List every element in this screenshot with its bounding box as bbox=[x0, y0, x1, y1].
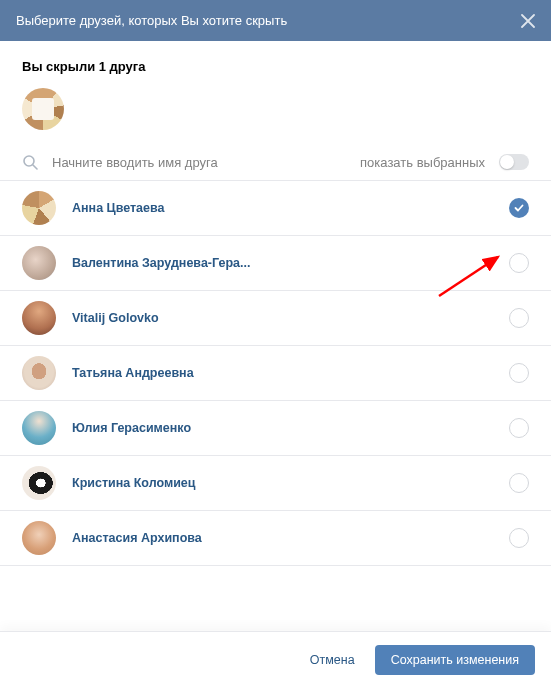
hidden-friend-avatar[interactable] bbox=[22, 88, 64, 130]
friend-row[interactable]: Анна Цветаева bbox=[0, 181, 551, 236]
friend-list: Анна Цветаева Валентина Заруднева-Гера..… bbox=[0, 181, 551, 566]
svg-line-1 bbox=[33, 165, 37, 169]
friend-name: Анна Цветаева bbox=[72, 201, 493, 215]
select-checkbox[interactable] bbox=[509, 528, 529, 548]
friend-name: Vitalij Golovko bbox=[72, 311, 493, 325]
select-checkbox[interactable] bbox=[509, 308, 529, 328]
check-icon bbox=[513, 202, 525, 214]
show-selected-label: показать выбранных bbox=[360, 155, 485, 170]
select-checkbox[interactable] bbox=[509, 253, 529, 273]
friend-name: Юлия Герасименко bbox=[72, 421, 493, 435]
friend-name: Анастасия Архипова bbox=[72, 531, 493, 545]
avatar bbox=[22, 466, 56, 500]
close-button[interactable] bbox=[521, 14, 535, 28]
select-checkbox[interactable] bbox=[509, 363, 529, 383]
modal-header: Выберите друзей, которых Вы хотите скрыт… bbox=[0, 0, 551, 41]
avatar bbox=[22, 246, 56, 280]
avatar bbox=[22, 191, 56, 225]
modal-title: Выберите друзей, которых Вы хотите скрыт… bbox=[16, 13, 287, 28]
friend-name: Татьяна Андреевна bbox=[72, 366, 493, 380]
friend-row[interactable]: Анастасия Архипова bbox=[0, 511, 551, 566]
select-checkbox[interactable] bbox=[509, 418, 529, 438]
friend-row[interactable]: Татьяна Андреевна bbox=[0, 346, 551, 401]
hidden-friends-section: Вы скрыли 1 друга bbox=[0, 41, 551, 144]
select-checkbox[interactable] bbox=[509, 198, 529, 218]
modal-footer: Отмена Сохранить изменения bbox=[0, 631, 551, 688]
avatar bbox=[22, 521, 56, 555]
friend-row[interactable]: Юлия Герасименко bbox=[0, 401, 551, 456]
avatar bbox=[22, 356, 56, 390]
friend-name: Валентина Заруднева-Гера... bbox=[72, 256, 493, 270]
friend-row[interactable]: Кристина Коломиец bbox=[0, 456, 551, 511]
show-selected-toggle[interactable] bbox=[499, 154, 529, 170]
cancel-button[interactable]: Отмена bbox=[310, 653, 355, 667]
friend-row[interactable]: Vitalij Golovko bbox=[0, 291, 551, 346]
search-row: показать выбранных bbox=[0, 144, 551, 181]
search-icon bbox=[22, 154, 38, 170]
avatar bbox=[22, 301, 56, 335]
friend-row[interactable]: Валентина Заруднева-Гера... bbox=[0, 236, 551, 291]
friend-name: Кристина Коломиец bbox=[72, 476, 493, 490]
select-checkbox[interactable] bbox=[509, 473, 529, 493]
avatar bbox=[22, 411, 56, 445]
hidden-count-label: Вы скрыли 1 друга bbox=[22, 59, 529, 74]
save-button[interactable]: Сохранить изменения bbox=[375, 645, 535, 675]
search-input[interactable] bbox=[52, 155, 346, 170]
close-icon bbox=[521, 14, 535, 28]
